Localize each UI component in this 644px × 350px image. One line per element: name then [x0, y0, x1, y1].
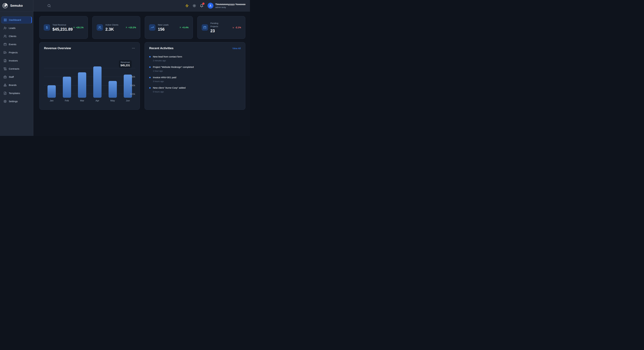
bar-chart-plot: $20k$30k$40k [44, 65, 136, 98]
content-row: Revenue Overview Revenue $45,231 $20k$30… [39, 42, 245, 110]
sidebar-item-label: Leads [9, 27, 16, 30]
user-menu[interactable]: Timmmmmyyyyy Yoooooo admin testy [208, 3, 250, 9]
layout-grid-icon [4, 18, 7, 22]
y-axis-tick-label: $20k [130, 93, 135, 95]
chart-tooltip-value: $45,231 [120, 64, 130, 67]
sidebar-item-label: Dashboard [9, 19, 21, 21]
chart-tooltip-label: Revenue [120, 61, 130, 64]
stat-card-total-revenue: Total Revenue$45,231.89+20.1% [39, 16, 88, 39]
sidebar-item-label: Templates [9, 92, 20, 95]
stat-card-active-clients: Active Clients2.3K+10.2% [92, 16, 140, 39]
activity-bullet [149, 56, 151, 58]
activity-item: New client "Acme Corp" added5 hours ago [149, 86, 241, 93]
sidebar-item-templates[interactable]: Templates [1, 90, 32, 97]
dollar-sign-icon [44, 24, 50, 31]
user-role: admin testy [215, 6, 246, 9]
stat-value: 2.3K [105, 27, 118, 32]
semuko-logo-icon [2, 3, 8, 9]
sidebar-item-contracts[interactable]: Contracts [1, 65, 32, 72]
chart-tooltip: Revenue $45,231 [119, 60, 132, 68]
stat-trend: +10.2% [125, 26, 136, 29]
user-name: Timmmmmyyyyy Yoooooo [215, 3, 246, 6]
sidebar-item-dashboard[interactable]: Dashboard [1, 17, 32, 24]
calendar-icon [202, 24, 208, 31]
notification-dot [202, 3, 204, 5]
sidebar-nav: DashboardLeadsClientsEventsProjectsInvoi… [0, 12, 33, 106]
activity-timestamp: 1 hour ago [153, 70, 194, 72]
stat-label: Active Clients [105, 23, 118, 27]
bar-apr[interactable] [93, 66, 102, 98]
sidebar-item-projects[interactable]: Projects [1, 49, 32, 56]
sidebar: Semuko DashboardLeadsClientsEventsProjec… [0, 0, 33, 136]
bar-slot [105, 65, 120, 98]
search-icon[interactable] [47, 4, 51, 8]
building-icon [4, 84, 7, 87]
stat-change: +20.1% [76, 26, 84, 29]
sidebar-item-brands[interactable]: Brands [1, 82, 32, 89]
zap-icon[interactable] [185, 4, 189, 8]
arrow-up-right-icon [179, 26, 182, 29]
bar-slot [90, 65, 105, 98]
activity-item: New lead from contact form2 minutes ago [149, 55, 241, 62]
stat-label: New Leads [158, 23, 169, 27]
bar-mar[interactable] [78, 72, 86, 98]
bar-slot [74, 65, 90, 98]
sidebar-item-events[interactable]: Events [1, 41, 32, 48]
activity-bullet [149, 77, 151, 78]
activity-item: Invoice #INV-001 paid3 hours ago [149, 76, 241, 83]
chart-x-axis: JanFebMarAprMayJun [44, 99, 136, 102]
bar-series [44, 65, 136, 98]
sidebar-item-staff[interactable]: Staff [1, 73, 32, 80]
activity-title: New lead from contact form [153, 55, 182, 58]
brand-name: Semuko [10, 4, 23, 8]
folder-open-icon [4, 51, 7, 54]
bar-feb[interactable] [63, 77, 71, 98]
sidebar-item-leads[interactable]: Leads [1, 25, 32, 32]
more-options-icon[interactable] [132, 47, 135, 50]
stat-trend: -2.1% [232, 26, 241, 29]
scroll-text-icon [4, 67, 7, 70]
stat-trend: +20.1% [73, 26, 84, 29]
sidebar-item-label: Settings [9, 100, 18, 103]
app-window: Semuko DashboardLeadsClientsEventsProjec… [0, 0, 250, 136]
sidebar-item-invoices[interactable]: Invoices [1, 57, 32, 64]
sun-icon[interactable] [192, 4, 196, 8]
stat-label: Pending Projects [210, 22, 226, 28]
stat-value: 23 [210, 29, 226, 33]
sidebar-item-label: Invoices [9, 59, 18, 62]
activity-title: Project "Website Redesign" completed [153, 66, 194, 68]
stat-value: 156 [158, 27, 169, 32]
activity-timestamp: 3 hours ago [153, 80, 176, 83]
recent-activities-card: Recent Activities View All New lead from… [144, 42, 245, 110]
x-axis-tick-label: Jan [44, 99, 59, 102]
bell-icon[interactable] [200, 4, 204, 8]
x-axis-tick-label: May [105, 99, 120, 102]
brand-block[interactable]: Semuko [0, 0, 33, 12]
bar-slot [59, 65, 74, 98]
sidebar-item-settings[interactable]: Settings [1, 98, 32, 105]
users-icon [96, 24, 103, 31]
stat-label: Total Revenue [52, 23, 68, 27]
activity-item: Project "Website Redesign" completed1 ho… [149, 66, 241, 72]
sidebar-item-label: Clients [9, 35, 16, 38]
avatar [208, 3, 214, 9]
sidebar-item-label: Brands [9, 84, 16, 87]
x-axis-tick-label: Mar [74, 99, 90, 102]
activity-timestamp: 5 hours ago [153, 91, 186, 93]
arrow-down-right-icon [232, 26, 234, 29]
gear-icon [4, 100, 7, 103]
arrow-up-right-icon [125, 26, 128, 29]
sidebar-item-label: Staff [9, 76, 14, 78]
sidebar-item-label: Contracts [9, 67, 19, 70]
stat-change: -2.1% [235, 26, 241, 29]
arrow-up-right-icon [73, 26, 75, 29]
revenue-overview-title: Revenue Overview [44, 47, 71, 50]
bar-may[interactable] [108, 81, 117, 98]
view-all-link[interactable]: View All [232, 47, 241, 50]
sidebar-item-clients[interactable]: Clients [1, 33, 32, 40]
y-axis-tick-label: $40k [130, 76, 135, 78]
stat-value: $45,231.89 [52, 27, 73, 32]
bar-jan[interactable] [48, 85, 56, 98]
activity-bullet [149, 87, 151, 89]
x-axis-tick-label: Apr [90, 99, 105, 102]
